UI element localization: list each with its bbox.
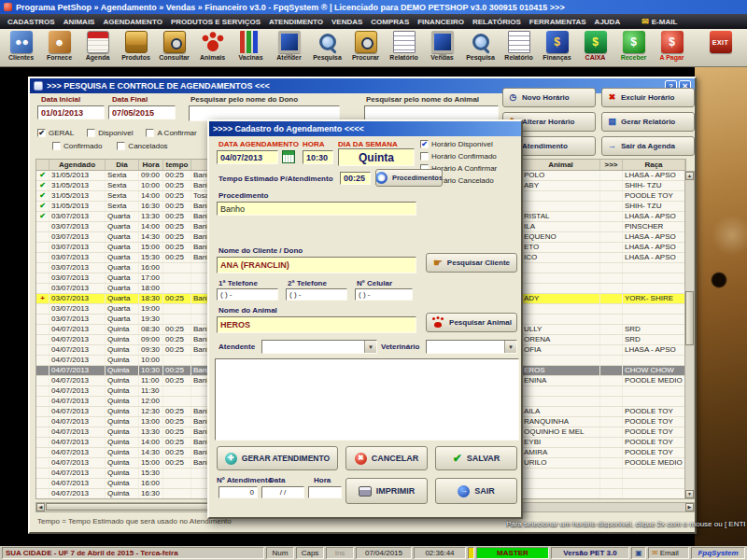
filter-a-confirmar[interactable]: A Confirmar <box>146 129 196 137</box>
menu-item-financeiro[interactable]: FINANCEIRO <box>417 18 464 26</box>
cell <box>36 356 49 365</box>
menu-item-atendimento[interactable]: ATENDIMENTO <box>269 18 323 26</box>
toolbar-button-relatorio-10[interactable]: Relatório <box>385 30 423 66</box>
atendente-select[interactable]: ▼ <box>261 340 377 354</box>
celular-input[interactable]: ( ) - <box>355 288 413 301</box>
gerar-relatorio-button[interactable]: ▤Gerar Relatório <box>601 112 695 132</box>
menu-item-email[interactable]: ✉E-MAIL <box>641 17 677 26</box>
filter-cancelados[interactable]: Cancelados <box>117 142 167 150</box>
column-header-animal[interactable]: Animal <box>522 160 600 170</box>
toolbar-button-consultar-4[interactable]: Consultar <box>155 30 193 66</box>
dialog-check-horario-disponivel[interactable]: ✔Horário Disponível <box>420 140 497 148</box>
menu-item-relatorios[interactable]: RELATÓRIOS <box>472 18 521 26</box>
button-label: Alterar Horário <box>522 118 574 126</box>
pesquisar-cliente-button[interactable]: Pesquisar Cliente <box>426 253 517 273</box>
cell <box>522 263 600 273</box>
imprimir-button[interactable]: IMPRIMIR <box>345 478 428 504</box>
background-photo-dog <box>695 67 747 546</box>
telefone1-input[interactable]: ( ) - <box>217 288 278 301</box>
menu-item-animais[interactable]: ANIMAIS <box>63 18 95 26</box>
menu-item-ajuda[interactable]: AJUDA <box>595 18 621 26</box>
toolbar-button-vacinas-6[interactable]: Vacinas <box>232 30 270 66</box>
procedimentos-button[interactable]: Procedimentos <box>375 169 443 187</box>
filter-disponivel[interactable]: Disponível <box>87 129 133 137</box>
column-header-c0[interactable] <box>36 160 49 170</box>
toolbar-button-exit-18[interactable]: EXIT <box>701 30 740 66</box>
dialog-check-horario-confirmado[interactable]: Horário Confirmado <box>420 152 497 161</box>
menu-item-ferramentas[interactable]: FERRAMENTAS <box>529 18 586 26</box>
cell: 12:30 <box>139 407 163 416</box>
scroll-left-button[interactable] <box>36 503 45 511</box>
pesquisar-animal-button[interactable]: Pesquisar Animal <box>426 313 517 332</box>
cell: 18:00 <box>139 284 163 293</box>
column-header-hora[interactable]: Hora <box>139 160 163 170</box>
toolbar-button-atender-7[interactable]: Atender <box>270 30 308 66</box>
column-header-dia[interactable]: Dia <box>106 160 139 170</box>
toolbar-button-animais-5[interactable]: Animais <box>193 30 232 66</box>
column-header-raca[interactable]: Raça <box>623 160 685 170</box>
data-final-field[interactable]: 07/05/2015 <box>108 105 176 119</box>
toolbar-button-procurar-9[interactable]: Procurar <box>346 30 385 66</box>
hora-atendimento-field[interactable] <box>308 486 342 498</box>
procedimento-input[interactable]: Banho <box>217 202 416 216</box>
cell: 03/07/2013 <box>49 232 106 242</box>
toolbar-button-a-pagar-17[interactable]: $A Pagar <box>653 30 691 66</box>
cancelar-button[interactable]: CANCELAR <box>345 446 428 470</box>
menu-item-vendas[interactable]: VENDAS <box>331 18 362 26</box>
cell: SRD <box>623 335 685 344</box>
cell: 13:30 <box>139 427 163 437</box>
toolbar-button-pesquisa-12[interactable]: Pesquisa <box>461 30 500 66</box>
toolbar-button-relatorio-13[interactable]: Relatório <box>500 30 538 66</box>
toolbar-button-financas-14[interactable]: $Finanças <box>538 30 576 66</box>
cell <box>522 386 600 396</box>
status-email[interactable]: Email <box>648 547 689 559</box>
veterinario-select[interactable]: ▼ <box>426 340 517 354</box>
gerar-atendimento-button[interactable]: GERAR ATENDIMENTO <box>217 446 338 470</box>
vertical-scroll-thumb[interactable] <box>685 291 694 345</box>
cell: SRD <box>623 325 685 334</box>
toolbar-button-vendas-11[interactable]: Vendas <box>423 30 461 66</box>
column-header-tempo[interactable]: tempo <box>163 160 191 170</box>
column-header-c7[interactable]: >>> <box>600 160 623 170</box>
calendar-icon[interactable] <box>282 150 295 163</box>
cliente-input[interactable]: ANA (FRANCLIN) <box>217 257 416 273</box>
excluir-horario-button[interactable]: ✖Excluir Horário <box>601 88 695 107</box>
data-agendamento-field[interactable]: 04/07/2013 <box>217 150 278 164</box>
filter-confirmado[interactable]: Confirmado <box>52 142 102 150</box>
scroll-down-button[interactable] <box>685 490 694 498</box>
toolbar-button-clientes-0[interactable]: ☻☻Clientes <box>2 30 40 66</box>
toolbar-button-fornece-1[interactable]: ☻Fornece <box>40 30 78 66</box>
hora-field[interactable]: 10:30 <box>303 150 333 164</box>
telefone2-input[interactable]: ( ) - <box>286 288 347 301</box>
novo-horario-button[interactable]: ◷Novo Horário <box>502 88 596 107</box>
data-inicial-field[interactable]: 01/01/2013 <box>37 105 105 119</box>
animal-input[interactable]: HEROS <box>217 316 416 333</box>
toolbar-button-agenda-2[interactable]: Agenda <box>78 30 117 66</box>
toolbar-button-receber-16[interactable]: $Receber <box>614 30 653 66</box>
toolbar-button-pesquisa-8[interactable]: Pesquisa <box>308 30 346 66</box>
cell: 03/07/2013 <box>49 222 106 231</box>
sair-button[interactable]: SAIR <box>435 478 517 504</box>
cell: EROS <box>522 366 600 375</box>
menu-item-produtos-e-servicos[interactable]: PRODUTOS E SERVIÇOS <box>171 18 261 26</box>
sair-da-agenda-button[interactable]: →Sair da Agenda <box>601 136 695 156</box>
num-atendimento-field[interactable]: 0 <box>218 486 258 498</box>
cell: EYBI <box>522 438 600 447</box>
scroll-right-button[interactable] <box>685 503 694 511</box>
toolbar-button-caixa-15[interactable]: $CAIXA <box>576 30 614 66</box>
tempo-estimado-field[interactable]: 00:25 <box>340 172 371 185</box>
toolbar-button-produtos-3[interactable]: Produtos <box>117 30 155 66</box>
menu-item-cadastros[interactable]: CADASTROS <box>7 18 55 26</box>
filter-geral[interactable]: ✔GERAL <box>37 129 74 137</box>
cell <box>522 315 600 324</box>
column-header-agendado[interactable]: Agendado <box>49 160 106 170</box>
horizontal-scroll-thumb[interactable] <box>46 503 233 511</box>
salvar-button[interactable]: SALVAR <box>435 446 517 470</box>
menu-item-agendamento[interactable]: AGENDAMENTO <box>103 18 162 26</box>
menu-item-compras[interactable]: COMPRAS <box>371 18 409 26</box>
printer-icon <box>359 486 372 497</box>
table-vertical-scrollbar[interactable] <box>684 171 695 499</box>
scroll-up-button[interactable] <box>685 172 694 180</box>
data-atendimento-field[interactable]: / / <box>261 486 304 498</box>
cell: Quinta <box>106 427 139 437</box>
